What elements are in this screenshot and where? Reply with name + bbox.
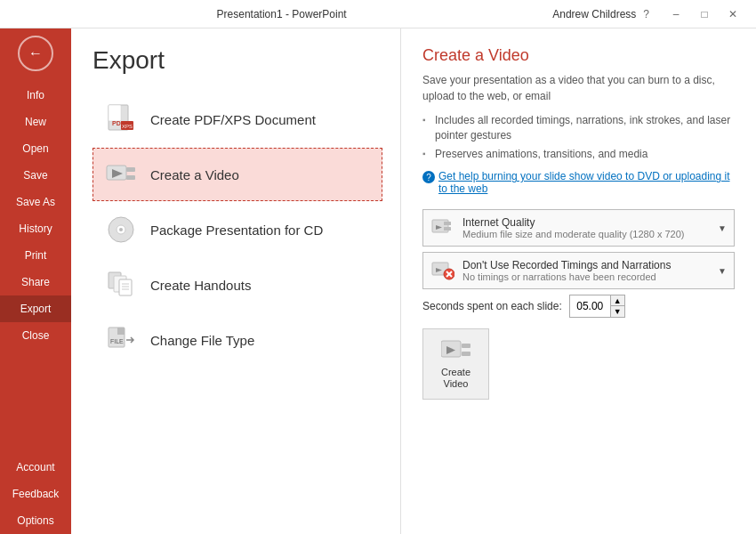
seconds-spinner[interactable]: ▲ ▼: [569, 295, 625, 318]
sidebar-item-share[interactable]: Share: [0, 269, 71, 295]
sidebar-item-options[interactable]: Options: [0, 507, 71, 534]
export-item-create-video[interactable]: Create a Video: [92, 148, 382, 201]
title-bar: Presentation1 - PowerPoint Andrew Childr…: [0, 0, 756, 28]
svg-point-11: [119, 228, 123, 231]
section-title: Create a Video: [422, 46, 735, 65]
quality-dropdown-text: Internet Quality Medium file size and mo…: [462, 216, 718, 239]
sidebar-item-save[interactable]: Save: [0, 162, 71, 189]
content-area: Export PDF XPS Create PDF/XPS Document: [71, 28, 756, 534]
close-button[interactable]: ✕: [720, 4, 745, 24]
svg-rect-8: [126, 175, 135, 180]
sidebar: ← Info New Open Save Save As History Pri…: [0, 28, 71, 534]
timings-dropdown[interactable]: Don't Use Recorded Timings and Narration…: [422, 252, 735, 289]
spinner-down[interactable]: ▼: [611, 306, 624, 317]
seconds-input[interactable]: [570, 295, 610, 317]
sidebar-item-account[interactable]: Account: [0, 454, 71, 481]
sidebar-item-close[interactable]: Close: [0, 322, 71, 349]
spinner-controls: ▲ ▼: [610, 295, 624, 317]
handouts-icon: [104, 268, 138, 302]
quality-label: Internet Quality: [462, 216, 718, 229]
back-button[interactable]: ←: [18, 36, 53, 71]
create-video-label: Create a Video: [150, 167, 239, 182]
svg-rect-19: [117, 328, 125, 335]
svg-rect-7: [126, 167, 135, 172]
quality-dropdown-arrow: ▼: [718, 223, 727, 233]
window-controls: – □ ✕: [664, 4, 745, 24]
main-layout: ← Info New Open Save Save As History Pri…: [0, 28, 756, 534]
minimize-button[interactable]: –: [664, 4, 688, 24]
seconds-row: Seconds spent on each slide: ▲ ▼: [422, 295, 735, 318]
create-handouts-label: Create Handouts: [150, 278, 251, 293]
svg-rect-24: [444, 227, 451, 231]
timings-dropdown-icon: [430, 258, 455, 283]
right-panel: Create a Video Save your presentation as…: [400, 28, 756, 534]
handouts-icon-svg: [105, 269, 137, 301]
export-item-package-cd[interactable]: Package Presentation for CD: [92, 203, 382, 256]
page-title: Export: [92, 46, 382, 75]
restore-button[interactable]: □: [692, 4, 717, 24]
change-file-type-label: Change File Type: [150, 333, 254, 348]
svg-rect-14: [119, 279, 132, 295]
timings-dropdown-text: Don't Use Recorded Timings and Narration…: [462, 259, 718, 282]
sidebar-item-print[interactable]: Print: [0, 242, 71, 269]
export-item-create-pdf[interactable]: PDF XPS Create PDF/XPS Document: [92, 93, 382, 146]
sidebar-item-save-as[interactable]: Save As: [0, 189, 71, 215]
timings-label: Don't Use Recorded Timings and Narration…: [462, 259, 718, 271]
export-item-create-handouts[interactable]: Create Handouts: [92, 258, 382, 312]
svg-rect-33: [462, 352, 470, 356]
video-icon: [104, 158, 138, 191]
svg-text:FILE: FILE: [110, 338, 124, 344]
svg-rect-1: [109, 105, 121, 121]
titlebar-user: Andrew Childress ? – □ ✕: [552, 4, 745, 24]
pdf-icon-svg: PDF XPS: [105, 103, 137, 135]
sidebar-item-open[interactable]: Open: [0, 135, 71, 162]
file-type-icon-svg: FILE: [105, 324, 137, 356]
package-cd-label: Package Presentation for CD: [150, 222, 323, 238]
svg-text:XPS: XPS: [122, 124, 133, 129]
feature-list: Includes all recorded timings, narration…: [422, 113, 735, 161]
sidebar-item-feedback[interactable]: Feedback: [0, 481, 71, 507]
svg-rect-32: [462, 344, 470, 348]
file-type-icon: FILE: [104, 323, 138, 357]
export-item-change-file-type[interactable]: FILE Change File Type: [92, 313, 382, 367]
quality-sublabel: Medium file size and moderate quality (1…: [462, 229, 718, 239]
create-video-button-icon: [440, 338, 472, 363]
seconds-label: Seconds spent on each slide:: [422, 300, 562, 312]
help-link[interactable]: Get help burning your slide show video t…: [422, 170, 735, 195]
create-pdf-label: Create PDF/XPS Document: [150, 112, 316, 127]
svg-rect-23: [444, 222, 451, 225]
sidebar-item-info[interactable]: Info: [0, 82, 71, 109]
help-button[interactable]: ?: [643, 8, 649, 20]
bullet-item-1: Includes all recorded timings, narration…: [422, 113, 735, 143]
sidebar-item-export[interactable]: Export: [0, 295, 71, 322]
section-description: Save your presentation as a video that y…: [422, 72, 735, 104]
cd-icon: [104, 213, 138, 247]
user-name: Andrew Childress: [552, 8, 636, 20]
spinner-up[interactable]: ▲: [611, 295, 624, 306]
titlebar-title: Presentation1 - PowerPoint: [11, 8, 552, 20]
quality-dropdown[interactable]: Internet Quality Medium file size and mo…: [422, 209, 735, 247]
left-panel: Export PDF XPS Create PDF/XPS Document: [71, 28, 400, 534]
timings-sublabel: No timings or narrations have been recor…: [462, 271, 718, 282]
sidebar-item-history[interactable]: History: [0, 215, 71, 242]
timings-dropdown-arrow: ▼: [718, 266, 727, 276]
quality-dropdown-icon: [430, 215, 455, 240]
video-icon-svg: [105, 158, 137, 190]
create-video-button-label: CreateVideo: [441, 367, 470, 390]
bullet-item-2: Preserves animations, transitions, and m…: [422, 147, 735, 162]
sidebar-item-new[interactable]: New: [0, 109, 71, 135]
create-video-button[interactable]: CreateVideo: [422, 328, 489, 400]
pdf-icon: PDF XPS: [104, 102, 138, 136]
cd-icon-svg: [105, 214, 137, 246]
export-items-list: PDF XPS Create PDF/XPS Document: [92, 93, 382, 367]
